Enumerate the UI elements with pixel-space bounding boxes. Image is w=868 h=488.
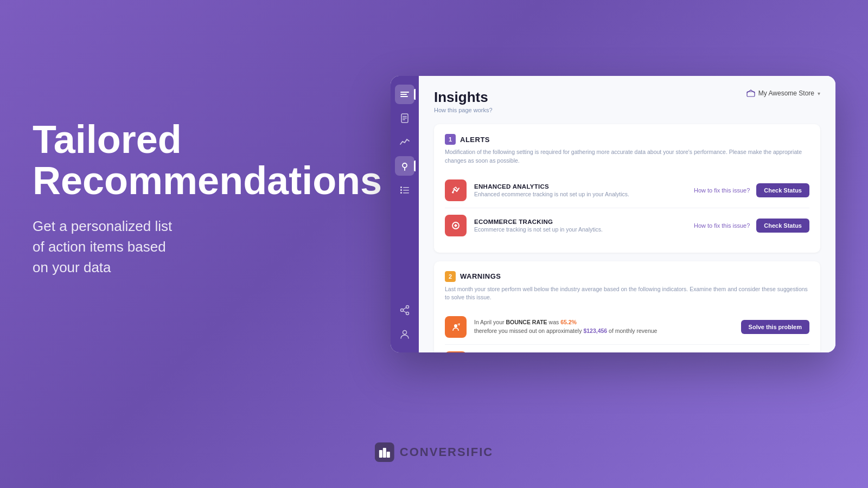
svg-rect-15 xyxy=(400,189,402,191)
warnings-badge: 2 xyxy=(445,271,456,282)
svg-rect-5 xyxy=(400,94,407,95)
app-window: Insights How this page works? My Awesome… xyxy=(391,76,835,352)
store-name: My Awesome Store xyxy=(758,89,814,97)
alert-detail-2: Ecommerce tracking is not set up in your… xyxy=(474,226,686,233)
svg-rect-4 xyxy=(400,92,409,93)
svg-point-24 xyxy=(403,331,407,335)
chevron-down-icon: ▾ xyxy=(818,91,820,97)
title-group: Insights How this page works? xyxy=(434,89,493,113)
alert-actions-2: How to fix this issue? Check Status xyxy=(694,219,809,233)
warning-item-1: In April your BOUNCE RATE was 65.2% ther… xyxy=(445,310,809,345)
logo-text: CONVERSIFIC xyxy=(400,445,493,459)
alert-info-1: ENHANCED ANALYTICS Enhanced ecommerce tr… xyxy=(474,183,686,197)
svg-rect-8 xyxy=(403,116,407,117)
solve-btn-1[interactable]: Solve this problem xyxy=(741,320,809,334)
svg-point-20 xyxy=(406,312,409,315)
logo-icon xyxy=(375,442,394,462)
sidebar-icon-analytics[interactable] xyxy=(395,132,414,152)
page-title: Insights xyxy=(434,89,493,106)
sidebar-icon-lists[interactable] xyxy=(395,180,414,200)
warnings-header: 2 WARNINGS xyxy=(445,271,809,282)
svg-rect-13 xyxy=(400,187,402,188)
alert-actions-1: How to fix this issue? Check Status xyxy=(694,183,809,197)
svg-rect-1 xyxy=(379,450,382,458)
alert-item-2: ECOMMERCE TRACKING Ecommerce tracking is… xyxy=(445,208,809,243)
warning-actions-1: Solve this problem xyxy=(741,320,809,334)
alert-name-2: ECOMMERCE TRACKING xyxy=(474,219,686,225)
sidebar-icon-dashboard[interactable] xyxy=(395,85,414,104)
warnings-desc: Last month your store perform well below… xyxy=(445,285,809,303)
svg-rect-14 xyxy=(403,187,409,188)
alerts-section: 1 ALERTS Modification of the following s… xyxy=(434,124,820,253)
warning-icon-2 xyxy=(445,351,467,352)
warning-text-1: In April your BOUNCE RATE was 65.2% xyxy=(474,318,733,327)
alerts-badge: 1 xyxy=(445,134,456,145)
svg-point-11 xyxy=(403,163,407,168)
alert-item-1: ENHANCED ANALYTICS Enhanced ecommerce tr… xyxy=(445,173,809,208)
svg-rect-16 xyxy=(403,190,409,191)
alert-icon-2 xyxy=(445,215,467,236)
svg-rect-10 xyxy=(403,119,405,120)
warnings-title: WARNINGS xyxy=(460,272,501,280)
sidebar-icon-reports[interactable] xyxy=(395,108,414,128)
svg-line-23 xyxy=(403,311,406,313)
page-subtitle[interactable]: How this page works? xyxy=(434,107,493,113)
warning-icon-1 xyxy=(445,316,467,338)
svg-rect-17 xyxy=(400,192,402,194)
hero-area: Tailored Recommendations Get a personali… xyxy=(33,119,304,278)
sidebar-icon-share[interactable] xyxy=(395,300,414,320)
warnings-section: 2 WARNINGS Last month your store perform… xyxy=(434,261,820,353)
svg-point-21 xyxy=(401,309,404,312)
alert-name-1: ENHANCED ANALYTICS xyxy=(474,183,686,190)
fix-link-1[interactable]: How to fix this issue? xyxy=(694,187,750,194)
alert-info-2: ECOMMERCE TRACKING Ecommerce tracking is… xyxy=(474,219,686,233)
store-selector[interactable]: My Awesome Store ▾ xyxy=(746,89,820,98)
warning-subtext-1: therefore you missed out on approximatel… xyxy=(474,327,733,336)
check-status-btn-1[interactable]: Check Status xyxy=(756,183,809,197)
svg-rect-25 xyxy=(747,92,755,97)
svg-point-12 xyxy=(404,170,405,171)
check-status-btn-2[interactable]: Check Status xyxy=(756,219,809,233)
bottom-logo: CONVERSIFIC xyxy=(375,442,493,462)
sidebar xyxy=(391,76,419,352)
svg-rect-3 xyxy=(387,452,390,458)
alert-detail-1: Enhanced ecommerce tracking is not set u… xyxy=(474,191,686,197)
warning-item-2: In April your CART ABANDONMENT RATE was … xyxy=(445,345,809,352)
alerts-desc: Modification of the following setting is… xyxy=(445,148,809,165)
hero-title: Tailored Recommendations xyxy=(33,119,304,201)
svg-point-19 xyxy=(406,306,409,309)
alert-icon-1 xyxy=(445,179,467,201)
store-icon xyxy=(746,89,755,98)
svg-line-22 xyxy=(403,307,406,310)
page-header: Insights How this page works? My Awesome… xyxy=(434,89,820,113)
svg-rect-18 xyxy=(403,192,409,194)
hero-subtitle: Get a personalized listof action items b… xyxy=(33,216,304,278)
alerts-title: ALERTS xyxy=(460,136,490,144)
svg-rect-9 xyxy=(403,118,407,119)
svg-rect-6 xyxy=(400,96,408,97)
svg-rect-2 xyxy=(383,448,386,458)
main-content: Insights How this page works? My Awesome… xyxy=(419,76,835,352)
sidebar-icon-insights[interactable] xyxy=(395,156,414,176)
alerts-header: 1 ALERTS xyxy=(445,134,809,145)
svg-point-26 xyxy=(452,191,454,193)
fix-link-2[interactable]: How to fix this issue? xyxy=(694,222,750,229)
warning-info-1: In April your BOUNCE RATE was 65.2% ther… xyxy=(474,318,733,336)
svg-point-28 xyxy=(454,324,457,328)
sidebar-icon-profile[interactable] xyxy=(395,324,414,344)
